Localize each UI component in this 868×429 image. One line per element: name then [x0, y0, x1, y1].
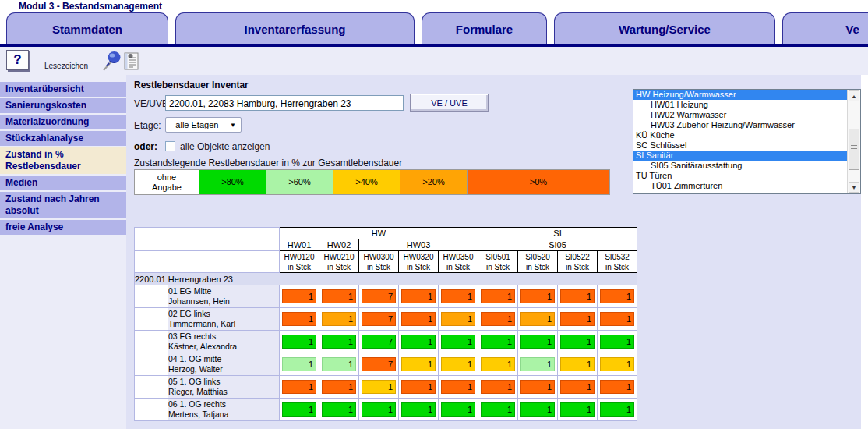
list-item-hw01-heizung[interactable]: HW01 Heizung — [633, 100, 860, 110]
status-value-box: 1 — [600, 289, 634, 303]
value-cell-si0522: 1 — [558, 308, 598, 331]
main-area: InventarübersichtSanierungskostenMateria… — [0, 75, 868, 429]
content-pane: Restlebensdauer Inventar VE/UVE: VE / UV… — [126, 75, 868, 429]
status-value-box: 1 — [600, 402, 634, 417]
status-value-box: 1 — [560, 289, 595, 303]
value-cell-hw0300: 7 — [359, 308, 399, 331]
list-item-hw-heizung-warmwasser[interactable]: HW Heizung/Warmwasser — [633, 90, 860, 100]
list-item-hw02-warmwasser[interactable]: HW02 Warmwasser — [633, 110, 860, 120]
list-item-si05-sanitaerausstattung[interactable]: SI05 Sanitärausstattung — [633, 161, 860, 171]
tab-bar: StammdatenInventarerfassungFormulareWart… — [0, 12, 868, 44]
tab-inventarerfassung[interactable]: Inventarerfassung — [175, 12, 415, 44]
list-item-si-sanitaer[interactable]: SI Sanitär — [633, 151, 860, 161]
col-header-si0522: SI0522in Stck — [558, 251, 598, 273]
sidebar-item-freie-analyse[interactable]: freie Analyse — [0, 220, 126, 235]
help-button[interactable]: ? — [6, 50, 29, 70]
status-value-box: 1 — [322, 357, 356, 371]
value-cell-si0532: 1 — [598, 399, 637, 421]
status-value-box: 1 — [520, 335, 555, 349]
value-cell-hw0320: 1 — [399, 285, 439, 308]
value-cell-si0520: 1 — [518, 376, 558, 399]
row-spacer-cell — [135, 285, 168, 308]
tab-formulare[interactable]: Formulare — [422, 12, 547, 44]
tab-ve[interactable]: Ve — [782, 12, 868, 44]
status-value-box: 1 — [520, 312, 555, 326]
value-cell-si0501: 1 — [478, 285, 518, 308]
value-cell-si0520: 1 — [518, 399, 558, 421]
show-all-objects-checkbox[interactable] — [165, 141, 175, 151]
list-item-kue-kueche[interactable]: KÜ Küche — [633, 130, 860, 140]
table-header-row-2: HW01HW02HW03SI05 — [135, 239, 637, 251]
status-value-box: 1 — [282, 312, 316, 326]
status-value-box: 1 — [560, 335, 595, 349]
row-label-cell: 02 EG linksTimmermann, Karl — [168, 308, 280, 331]
scroll-up-button[interactable]: ▲ — [849, 90, 859, 101]
sidebar-item-zustand-nach-jahren-absolut[interactable]: Zustand nach Jahren absolut — [0, 192, 126, 218]
status-value-box: 1 — [282, 380, 316, 394]
scroll-down-button[interactable]: ▼ — [849, 182, 859, 193]
sidebar-item-inventaruebersicht[interactable]: Inventarübersicht — [0, 82, 126, 97]
app-window: { "window": { "title": "Modul 3 - Bestan… — [0, 0, 868, 429]
value-cell-hw0320: 1 — [399, 376, 439, 399]
col-header-hw0350: HW0350in Stck — [439, 251, 478, 273]
col-header-si0532: SI0532in Stck — [598, 251, 637, 273]
value-cell-hw0300: 7 — [359, 331, 399, 353]
status-value-box: 1 — [401, 357, 436, 371]
status-value-box: 1 — [401, 335, 436, 349]
header-spacer — [135, 239, 280, 251]
status-value-box: 1 — [560, 312, 595, 326]
status-value-box: 1 — [441, 289, 475, 303]
value-cell-si0520: 1 — [518, 285, 558, 308]
status-value-box: 7 — [362, 289, 396, 303]
status-value-box: 1 — [401, 402, 436, 417]
value-cell-hw0320: 1 — [399, 399, 439, 421]
header-spacer — [135, 228, 280, 239]
row-label-cell: 04 1. OG mitteHerzog, Walter — [168, 353, 280, 376]
list-item-tue-tueren[interactable]: TÜ Türen — [633, 171, 860, 181]
value-cell-si0520: 1 — [518, 308, 558, 331]
status-value-box: 1 — [481, 312, 515, 326]
show-all-objects-label: alle Objekte anzeigen — [180, 141, 270, 152]
pushpin-icon[interactable] — [101, 49, 122, 76]
status-value-box: 1 — [520, 357, 555, 371]
table-header-row-1: HWSI — [135, 228, 637, 239]
header-spacer — [135, 251, 280, 273]
value-cell-si0501: 1 — [478, 331, 518, 353]
value-cell-hw0350: 1 — [439, 308, 478, 331]
value-cell-si0501: 1 — [478, 399, 518, 421]
col-subgroup-hw03: HW03 — [359, 239, 478, 251]
status-value-box: 1 — [362, 402, 396, 417]
row-spacer-cell — [135, 331, 168, 353]
status-value-box: 1 — [600, 380, 634, 394]
col-subgroup-hw02: HW02 — [319, 239, 359, 251]
veuve-input[interactable] — [165, 95, 404, 111]
toolbar: ? Lesezeichen — [0, 47, 868, 75]
listbox-scrollbar[interactable]: ▲ ▼ — [847, 90, 860, 193]
sidebar-item-medien[interactable]: Medien — [0, 176, 126, 190]
veuve-button[interactable]: VE / UVE — [410, 94, 489, 112]
tab-wartung-service[interactable]: Wartung/Service — [554, 12, 775, 44]
value-cell-hw0120: 1 — [280, 285, 319, 308]
legend-cell-20: >20% — [400, 169, 468, 195]
tab-stammdaten[interactable]: Stammdaten — [6, 12, 168, 44]
sidebar-item-sanierungskosten[interactable]: Sanierungskosten — [0, 98, 126, 113]
notes-icon[interactable] — [124, 52, 140, 74]
status-value-box: 1 — [560, 380, 595, 394]
sidebar-item-materialzuordnung[interactable]: Materialzuordnung — [0, 115, 126, 129]
value-cell-hw0120: 1 — [280, 353, 319, 376]
status-value-box: 1 — [560, 402, 595, 417]
row-label-cell: 05 1. OG linksRieger, Matthias — [168, 376, 280, 399]
value-cell-si0520: 1 — [518, 353, 558, 376]
value-cell-si0532: 1 — [598, 353, 637, 376]
etage-select[interactable]: --alle Etagen-- ▼ — [165, 117, 242, 133]
legend-cell-60: >60% — [266, 169, 333, 195]
table-group-row: 2200.01 Herrengraben 23 — [135, 273, 637, 285]
scrollbar-thumb[interactable] — [849, 129, 859, 170]
sidebar-item-stueckzahlanalyse[interactable]: Stückzahlanalyse — [0, 131, 126, 146]
list-item-sc-schluessel[interactable]: SC Schlüssel — [633, 140, 860, 151]
category-listbox[interactable]: HW Heizung/WarmwasserHW01 HeizungHW02 Wa… — [633, 89, 861, 194]
sidebar-item-zustand-in-restlebensdauer[interactable]: Zustand in % Restlebensdauer — [0, 147, 126, 174]
list-item-hw03-zubehoer-heizung-warmwasser[interactable]: HW03 Zubehör Heizung/Warmwasser — [633, 120, 860, 130]
value-cell-hw0210: 1 — [319, 376, 359, 399]
list-item-tue01-zimmertueren[interactable]: TÜ01 Zimmertüren — [633, 181, 860, 191]
